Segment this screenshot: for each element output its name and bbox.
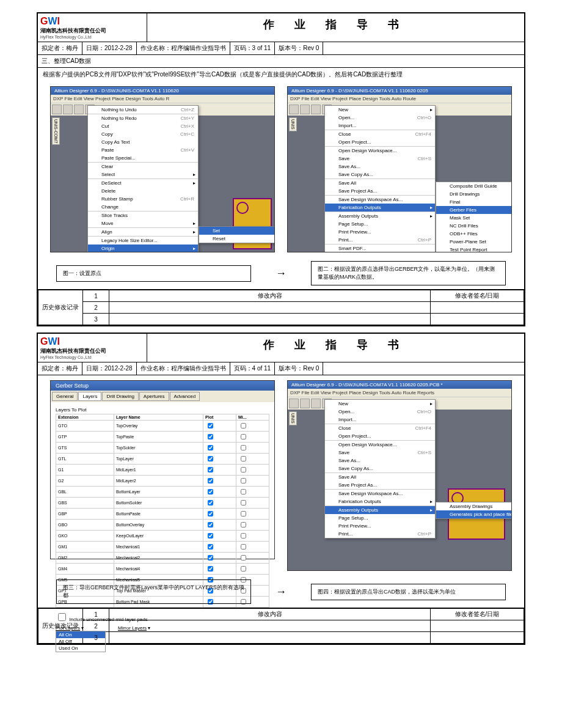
menu-item[interactable]: Assembly Outputs▸ [325, 211, 435, 220]
menu-item[interactable]: ODB++ Files [436, 230, 512, 238]
menu-item[interactable]: Legacy Hole Size Editor... [88, 236, 198, 245]
menu-item[interactable]: Final [436, 198, 512, 206]
menu-item[interactable]: Open Design Workspace... [325, 440, 435, 449]
menu-item[interactable]: CopyCtrl+C [88, 130, 198, 138]
layer-checkbox[interactable] [241, 500, 246, 506]
menu-item[interactable]: Page Setup... [325, 220, 435, 228]
menu-item[interactable]: Open...Ctrl+O [325, 114, 435, 122]
tab[interactable]: Layers [78, 392, 101, 401]
menu-item[interactable]: Nothing to UndoCtrl+Z [88, 106, 198, 114]
menu-item[interactable]: Generates pick and place files [436, 510, 512, 518]
tab[interactable]: Advanced [170, 392, 200, 401]
layer-checkbox[interactable] [208, 522, 213, 528]
layer-checkbox[interactable] [208, 423, 213, 428]
menu-item[interactable]: Import... [325, 416, 435, 424]
menu-item[interactable]: Clear [88, 162, 198, 171]
menu-item[interactable]: Save All [325, 472, 435, 481]
layer-checkbox[interactable] [241, 445, 246, 450]
menu-item[interactable]: Select▸ [88, 171, 198, 178]
menu-item[interactable]: Assembly Outputs▸ [325, 506, 435, 514]
menu-item[interactable]: Paste Special... [88, 154, 198, 162]
menu-item[interactable]: Rubber StampCtrl+R [88, 195, 198, 203]
menu-item[interactable]: Power-Plane Set [436, 238, 512, 246]
menu-item[interactable]: Print...Ctrl+P [325, 236, 435, 244]
menu-item[interactable]: Composite Drill Guide [436, 182, 512, 190]
tab[interactable]: General [52, 392, 78, 401]
layer-checkbox[interactable] [241, 511, 246, 517]
layer-checkbox[interactable] [241, 456, 246, 461]
menu-item[interactable]: Mask Set [436, 214, 512, 222]
layer-checkbox[interactable] [208, 500, 213, 506]
menu-item[interactable]: Print Preview... [325, 228, 435, 236]
layer-checkbox[interactable] [241, 533, 246, 539]
menu-item[interactable]: Delete [88, 187, 198, 195]
menu-item[interactable]: NC Drill Files [436, 222, 512, 230]
layer-checkbox[interactable] [241, 478, 246, 483]
menu-item[interactable]: New▸ [325, 400, 435, 408]
option-item[interactable]: All On [56, 631, 105, 638]
menu-item[interactable]: Copy As Text [88, 138, 198, 146]
menu-item[interactable]: Save Copy As... [325, 171, 435, 178]
menu-item[interactable]: Origin▸ [88, 245, 198, 252]
menu-item[interactable]: Nothing to RedoCtrl+Y [88, 114, 198, 122]
tab[interactable]: Apertures [139, 392, 169, 401]
layer-checkbox[interactable] [208, 467, 213, 472]
menu-item[interactable]: New▸ [325, 106, 435, 114]
layer-checkbox[interactable] [241, 423, 246, 428]
menu-item[interactable]: CutCtrl+X [88, 122, 198, 130]
layer-checkbox[interactable] [208, 511, 213, 517]
menu-item[interactable]: Open Design Workspace... [325, 146, 435, 155]
layer-checkbox[interactable] [208, 533, 213, 539]
menu-item[interactable]: Change [88, 203, 198, 211]
menu-item[interactable]: Save All [325, 178, 435, 187]
menu-item[interactable]: Test Point Report [436, 246, 512, 252]
layer-checkbox[interactable] [208, 489, 213, 495]
menu-item[interactable]: Fabrication Outputs▸ [325, 498, 435, 506]
layer-checkbox[interactable] [241, 434, 246, 439]
menu-item[interactable]: Open Project... [325, 138, 435, 146]
layer-checkbox[interactable] [208, 478, 213, 483]
menu-item[interactable]: Slice Tracks [88, 211, 198, 219]
menu-item[interactable]: Save Project As... [325, 481, 435, 489]
include-mid-checkbox[interactable] [58, 613, 66, 621]
layer-checkbox[interactable] [208, 445, 213, 450]
menu-item[interactable]: Save Copy As... [325, 465, 435, 472]
menu-item[interactable]: Print...Ctrl+P [325, 530, 435, 538]
layer-checkbox[interactable] [241, 489, 246, 495]
layer-checkbox[interactable] [208, 456, 213, 461]
menu-item[interactable]: Fabrication Outputs▸ [325, 204, 435, 211]
layer-checkbox[interactable] [208, 434, 213, 439]
menu-item[interactable]: Drill Drawings [436, 190, 512, 198]
menu-item[interactable]: Smart PDF... [325, 244, 435, 252]
menu-item[interactable]: Print Preview... [325, 522, 435, 530]
menu-item[interactable]: Save As... [325, 163, 435, 171]
menu-item[interactable]: SaveCtrl+S [325, 155, 435, 163]
layer-checkbox[interactable] [241, 566, 246, 572]
menu-item[interactable]: Page Setup... [325, 514, 435, 522]
menu-item[interactable]: Assembly Drawings [436, 502, 512, 510]
menu-item[interactable]: Save Design Workspace As... [325, 195, 435, 204]
option-item[interactable]: All Off [56, 638, 105, 645]
menu-item[interactable]: Save Design Workspace As... [325, 489, 435, 498]
layer-checkbox[interactable] [241, 522, 246, 528]
menu-item[interactable]: PasteCtrl+V [88, 146, 198, 154]
menu-item[interactable]: Gerber Files [436, 206, 512, 214]
layer-checkbox[interactable] [241, 544, 246, 550]
menu-item[interactable]: Align▸ [88, 227, 198, 236]
menu-item[interactable]: CloseCtrl+F4 [325, 424, 435, 432]
menu-item[interactable]: Open...Ctrl+O [325, 408, 435, 416]
menu-item[interactable]: CloseCtrl+F4 [325, 130, 435, 138]
menu-item[interactable]: Move▸ [88, 219, 198, 227]
layer-checkbox[interactable] [241, 555, 246, 561]
layer-checkbox[interactable] [208, 544, 213, 550]
menu-item[interactable]: SaveCtrl+S [325, 449, 435, 457]
layer-checkbox[interactable] [208, 555, 213, 561]
menu-item[interactable]: Save Project As... [325, 187, 435, 195]
menu-item[interactable]: DeSelect▸ [88, 178, 198, 187]
menu-item[interactable]: Import... [325, 122, 435, 130]
layer-checkbox[interactable] [241, 467, 246, 472]
layer-checkbox[interactable] [208, 566, 213, 572]
menu-item[interactable]: Save As... [325, 457, 435, 465]
menu-item[interactable]: Set [199, 227, 275, 235]
menu-item[interactable]: Reset [199, 235, 275, 243]
